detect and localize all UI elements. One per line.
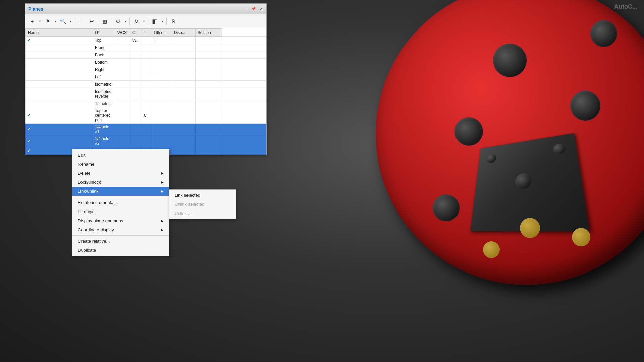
menu-item-fit-origin[interactable]: Fit origin: [72, 207, 169, 216]
row-offset: [172, 135, 195, 147]
row-gstar: [115, 66, 130, 73]
close-btn[interactable]: ✕: [258, 6, 264, 12]
menu-item-create-relative[interactable]: Create relative...: [72, 237, 169, 246]
submenu-item-link-selected[interactable]: Link selected: [169, 191, 236, 200]
refresh-dropdown[interactable]: ▼: [142, 17, 146, 26]
row-disp: [195, 51, 222, 59]
col-wcs[interactable]: WCS: [115, 29, 130, 37]
row-c: [142, 51, 152, 59]
menu-item-label: Coordinate display: [78, 227, 114, 232]
flag-button[interactable]: ⚑: [43, 17, 52, 26]
menu-item-delete[interactable]: Delete▶: [72, 169, 169, 178]
gold-hole-2: [572, 228, 590, 246]
menu-item-lock-unlock[interactable]: Lock/unlock▶: [72, 178, 169, 187]
menu-item-display-plane-gnomons[interactable]: Display plane gnomons▶: [72, 216, 169, 225]
row-c: [142, 59, 152, 66]
row-wcs: [130, 73, 142, 81]
row-section: [222, 88, 266, 100]
row-t: [152, 51, 172, 59]
planes-panel: Planes ─ 📌 ✕ + ▼ ⚑ ▼ 🔍 ▼ ≡ ↩ ▦ ⚙ ▼ ↻ ▼ ◧…: [25, 3, 267, 155]
menu-item-link-unlink[interactable]: Link/unlink▶: [72, 187, 169, 196]
layers-button[interactable]: ◧: [150, 17, 159, 26]
menu-separator: [72, 197, 169, 197]
planes-table-container: Name G* WCS C T Offset Disp... Section ✓…: [25, 28, 266, 155]
table-row[interactable]: Back: [26, 51, 266, 59]
separator-1: [75, 18, 75, 25]
row-gstar: [115, 37, 130, 44]
gear-button[interactable]: ⚙: [113, 17, 122, 26]
row-wcs: [130, 100, 142, 107]
layers-dropdown[interactable]: ▼: [160, 17, 165, 26]
menu-item-edit[interactable]: Edit: [72, 150, 169, 160]
add-button[interactable]: +: [28, 17, 37, 26]
table-row[interactable]: Bottom: [26, 59, 266, 66]
menu-item-duplicate[interactable]: Duplicate: [72, 246, 169, 255]
add-dropdown[interactable]: ▼: [38, 17, 42, 26]
col-name[interactable]: Name: [26, 29, 93, 37]
menu-item-label: Lock/unlock: [78, 180, 101, 185]
table-row[interactable]: Left: [26, 73, 266, 81]
menu-item-label: Edit: [78, 153, 85, 158]
export-button[interactable]: ⎘: [168, 17, 178, 26]
row-offset: [172, 44, 195, 51]
row-t: [152, 44, 172, 51]
search-button[interactable]: 🔍: [58, 17, 68, 26]
col-gstar[interactable]: G*: [93, 29, 115, 37]
panel-title: Planes: [28, 6, 43, 12]
menu-item-coordinate-display[interactable]: Coordinate display▶: [72, 225, 169, 234]
panel-controls: ─ 📌 ✕: [244, 6, 264, 12]
row-offset: [172, 100, 195, 107]
minimize-btn[interactable]: ─: [244, 6, 249, 12]
table-row[interactable]: ✓1/4 hole #2: [26, 135, 266, 147]
col-section[interactable]: Section: [195, 29, 222, 37]
row-section: [222, 66, 266, 73]
undo-button[interactable]: ↩: [87, 17, 96, 26]
row-c: [142, 44, 152, 51]
gear-dropdown[interactable]: ▼: [123, 17, 128, 26]
table-row[interactable]: ✓TopW...T: [26, 37, 266, 44]
row-wcs: [130, 124, 142, 135]
search-dropdown[interactable]: ▼: [68, 17, 73, 26]
table-row[interactable]: Isometric reverse: [26, 88, 266, 100]
planes-table: Name G* WCS C T Offset Disp... Section ✓…: [25, 28, 266, 155]
menu-item-rename[interactable]: Rename: [72, 160, 169, 169]
row-t: [152, 81, 172, 88]
grid-button[interactable]: ▦: [100, 17, 109, 26]
equals-button[interactable]: ≡: [77, 17, 86, 26]
row-gstar: [115, 73, 130, 81]
col-disp[interactable]: Disp...: [172, 29, 195, 37]
row-t: [152, 88, 172, 100]
submenu-arrow-icon: ▶: [161, 228, 164, 232]
col-t[interactable]: T: [142, 29, 152, 37]
submenu-arrow-icon: ▶: [161, 171, 164, 175]
table-row[interactable]: Right: [26, 66, 266, 73]
table-row[interactable]: Front: [26, 44, 266, 51]
col-c[interactable]: C: [130, 29, 142, 37]
table-row[interactable]: ✓1/4 hole #1: [26, 124, 266, 135]
gold-hole-3: [483, 241, 500, 258]
pin-btn[interactable]: 📌: [251, 6, 256, 12]
panel-toolbar: + ▼ ⚑ ▼ 🔍 ▼ ≡ ↩ ▦ ⚙ ▼ ↻ ▼ ◧ ▼ ⎘: [25, 14, 266, 28]
row-offset: [172, 124, 195, 135]
menu-separator: [72, 235, 169, 236]
col-offset[interactable]: Offset: [152, 29, 172, 37]
row-t: T: [152, 37, 172, 44]
submenu-item-label: Unlink all: [175, 211, 193, 216]
submenu-arrow-icon: ▶: [161, 180, 164, 184]
menu-item-rotate-incremental[interactable]: Rotate incremental...: [72, 198, 169, 207]
flag-dropdown[interactable]: ▼: [53, 17, 58, 26]
row-section: [222, 59, 266, 66]
row-wcs: [130, 59, 142, 66]
row-section: [222, 100, 266, 107]
row-disp: [195, 124, 222, 135]
hole-center-top: [493, 44, 527, 77]
row-checkmark: ✓: [27, 148, 31, 153]
table-row[interactable]: ✓Top for centered partC: [26, 107, 266, 124]
table-row[interactable]: Isometric: [26, 81, 266, 88]
row-gstar: [115, 88, 130, 100]
gold-hole-1: [520, 218, 540, 238]
table-row[interactable]: Trimetric: [26, 100, 266, 107]
menu-item-label: Fit origin: [78, 209, 95, 214]
refresh-button[interactable]: ↻: [131, 17, 141, 26]
row-offset: [172, 51, 195, 59]
